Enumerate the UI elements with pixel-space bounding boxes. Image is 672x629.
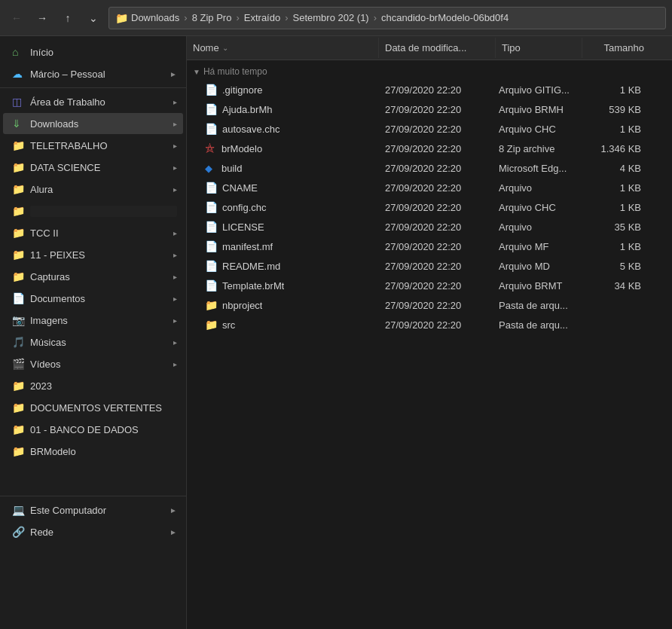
col-header-type[interactable]: Tipo (496, 38, 582, 58)
file-row[interactable]: 📄 Ajuda.brMh 27/09/2020 22:20 Arquivo BR… (187, 99, 672, 119)
sidebar-item-doc-vertentes[interactable]: 📁 DOCUMENTOS VERTENTES (3, 397, 183, 418)
file-size: 1 KB (582, 84, 650, 96)
sidebar-item-capturas[interactable]: 📁 Capturas ▸ (3, 266, 183, 287)
file-row[interactable]: 📄 README.md 27/09/2020 22:20 Arquivo MD … (187, 256, 672, 276)
file-date: 27/09/2020 22:20 (379, 280, 496, 292)
file-type: Arquivo CHC (496, 124, 582, 135)
address-part-3: Extraído (244, 12, 280, 23)
file-name: autosave.chc (222, 124, 280, 135)
file-type: 8 Zip archive (496, 143, 582, 154)
forward-button[interactable]: → (32, 8, 53, 29)
sidebar-item-label: DATA SCIENCE (30, 162, 169, 173)
sidebar-item-label: Início (30, 47, 177, 58)
sidebar-item-label: Rede (30, 527, 165, 538)
folder-icon: 📁 (12, 139, 26, 151)
col-header-name[interactable]: Nome ⌄ (187, 38, 379, 58)
sidebar-item-documentos[interactable]: 📄 Documentos ▸ (3, 288, 183, 309)
sidebar-item-banco-dados[interactable]: 📁 01 - BANCO DE DADOS (3, 419, 183, 440)
file-row[interactable]: 📄 LICENSE 27/09/2020 22:20 Arquivo 35 KB (187, 217, 672, 237)
file-row[interactable]: 📄 CNAME 27/09/2020 22:20 Arquivo 1 KB (187, 178, 672, 197)
sidebar-item-videos[interactable]: 🎬 Vídeos ▸ (3, 353, 183, 374)
file-type: Arquivo BRMT (496, 280, 582, 292)
sidebar-item-label: TCC II (30, 227, 169, 239)
sidebar-item-marcio[interactable]: ☁ Márcio – Pessoal ► (3, 63, 183, 84)
sidebar-item-label: BRModelo (30, 446, 177, 457)
zip-icon: ⛤ (205, 142, 217, 154)
sidebar-item-desktop[interactable]: ◫ Área de Trabalho ▸ (3, 91, 183, 112)
file-row[interactable]: 📄 .gitignore 27/09/2020 22:20 Arquivo GI… (187, 80, 672, 99)
sidebar-item-teletrabalho[interactable]: 📁 TELETRABALHO ▸ (3, 135, 183, 156)
back-button[interactable]: ← (6, 8, 27, 29)
pin-icon: ▸ (173, 185, 177, 194)
main-layout: ⌂ Início ☁ Márcio – Pessoal ► ◫ Área de … (0, 36, 672, 629)
sidebar-item-2023[interactable]: 📁 2023 (3, 375, 183, 396)
col-header-date[interactable]: Data de modifica... (379, 38, 496, 58)
file-row[interactable]: ◆ build 27/09/2020 22:20 Microsoft Edg..… (187, 158, 672, 178)
images-icon: 📷 (12, 314, 26, 326)
address-folder-icon: 📁 (115, 12, 128, 24)
file-type: Arquivo MD (496, 261, 582, 272)
folder-icon: 📁 (12, 445, 26, 457)
col-header-size[interactable]: Tamanho (582, 38, 650, 58)
file-name: config.chc (222, 202, 267, 213)
sidebar: ⌂ Início ☁ Márcio – Pessoal ► ◫ Área de … (0, 36, 187, 629)
sidebar-item-downloads[interactable]: ⇓ Downloads ▸ (3, 113, 183, 134)
music-icon: 🎵 (12, 336, 26, 348)
file-size: 1 KB (582, 124, 650, 135)
folder-icon: 📁 (205, 319, 218, 331)
sidebar-item-computador[interactable]: 💻 Este Computador ► (3, 499, 183, 521)
file-name: Template.brMt (222, 280, 284, 292)
sidebar-item-imagens[interactable]: 📷 Imagens ▸ (3, 310, 183, 331)
file-name: nbproject (222, 300, 262, 311)
sidebar-item-label: Área de Trabalho (30, 96, 169, 108)
sidebar-item-label: Vídeos (30, 359, 169, 370)
file-size: 1 KB (582, 182, 650, 194)
sidebar-item-unnamed[interactable]: 📁 (3, 200, 183, 221)
up-button[interactable]: ↑ (57, 8, 78, 29)
file-row[interactable]: 📁 src 27/09/2020 22:20 Pasta de arqu... (187, 315, 672, 334)
sidebar-item-label: Músicas (30, 337, 169, 348)
address-bar[interactable]: 📁 Downloads › 8 Zip Pro › Extraído › Set… (108, 7, 666, 29)
group-label-old: ▼ Há muito tempo (187, 60, 672, 80)
recent-button[interactable]: ⌄ (83, 8, 104, 29)
file-row[interactable]: 📁 nbproject 27/09/2020 22:20 Pasta de ar… (187, 295, 672, 315)
sidebar-item-label: Downloads (30, 118, 169, 130)
pin-icon: ▸ (173, 163, 177, 172)
file-row[interactable]: 📄 manifest.mf 27/09/2020 22:20 Arquivo M… (187, 237, 672, 256)
address-part-1: Downloads (131, 12, 179, 23)
sidebar-item-inicio[interactable]: ⌂ Início (3, 41, 183, 63)
file-type: Pasta de arqu... (496, 319, 582, 331)
sidebar-item-tcc-ii[interactable]: 📁 TCC II ▸ (3, 222, 183, 243)
computer-icon: 💻 (12, 504, 26, 516)
file-row[interactable]: ⛤ brModelo 27/09/2020 22:20 8 Zip archiv… (187, 139, 672, 158)
file-row[interactable]: 📄 autosave.chc 27/09/2020 22:20 Arquivo … (187, 119, 672, 139)
file-date: 27/09/2020 22:20 (379, 221, 496, 233)
sidebar-item-data-science[interactable]: 📁 DATA SCIENCE ▸ (3, 157, 183, 178)
file-row[interactable]: 📄 config.chc 27/09/2020 22:20 Arquivo CH… (187, 197, 672, 217)
title-bar: ← → ↑ ⌄ 📁 Downloads › 8 Zip Pro › Extraí… (0, 0, 672, 36)
sidebar-item-brmodelo[interactable]: 📁 BRModelo (3, 441, 183, 462)
folder-icon: 📁 (12, 423, 26, 435)
sidebar-item-label: 11 - PEIXES (30, 249, 169, 261)
sidebar-item-rede[interactable]: 🔗 Rede ► (3, 521, 183, 542)
file-date: 27/09/2020 22:20 (379, 84, 496, 96)
file-type: Arquivo (496, 221, 582, 233)
file-row[interactable]: 📄 Template.brMt 27/09/2020 22:20 Arquivo… (187, 276, 672, 295)
pin-icon: ▸ (173, 98, 177, 106)
pin-icon: ▸ (173, 360, 177, 368)
sidebar-item-peixes[interactable]: 📁 11 - PEIXES ▸ (3, 244, 183, 265)
pin-icon: ▸ (173, 316, 177, 325)
file-name: LICENSE (222, 221, 264, 233)
file-icon: 📄 (205, 201, 218, 213)
file-type: Pasta de arqu... (496, 300, 582, 311)
file-name: CNAME (222, 182, 258, 194)
col-name-label: Nome (193, 42, 219, 53)
sidebar-item-alura[interactable]: 📁 Alura ▸ (3, 179, 183, 200)
file-date: 27/09/2020 22:20 (379, 300, 496, 311)
folder-icon: 📁 (12, 402, 26, 414)
col-size-label: Tamanho (604, 42, 644, 53)
pin-icon: ▸ (173, 142, 177, 150)
file-type: Microsoft Edg... (496, 163, 582, 174)
pin-icon: ▸ (173, 273, 177, 281)
sidebar-item-musicas[interactable]: 🎵 Músicas ▸ (3, 331, 183, 353)
